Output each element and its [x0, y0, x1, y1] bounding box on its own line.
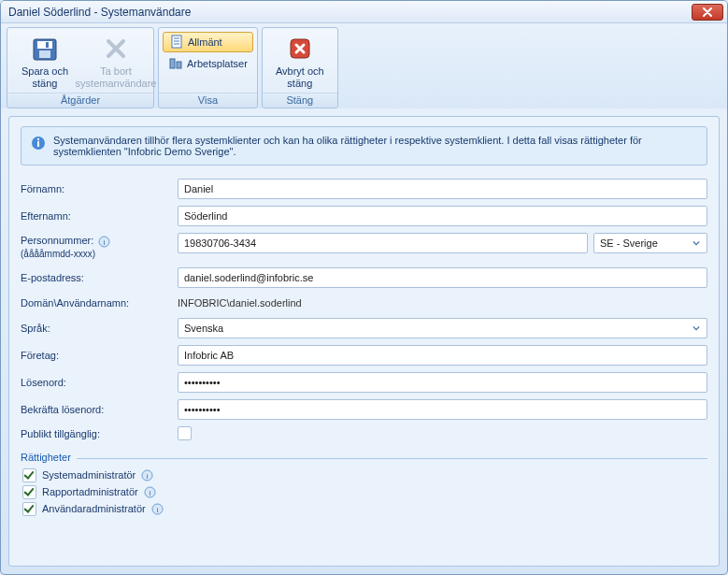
- help-icon[interactable]: i: [151, 503, 164, 515]
- perm-label: Användaradministratör: [42, 503, 146, 514]
- company-input[interactable]: [178, 345, 707, 366]
- cancel-and-close-button[interactable]: Avbryt och stäng: [264, 30, 335, 93]
- svg-text:i: i: [104, 237, 106, 246]
- permissions-fieldset: Rättigheter Systemadministratör i Rappor…: [21, 458, 707, 521]
- perm-label: Systemadministratör: [42, 469, 136, 481]
- permission-item: Systemadministratör i: [22, 468, 706, 482]
- permission-item: Rapportadministratör i: [22, 485, 706, 499]
- ribbon-group-view: Allmänt Arbetsplatser Visa: [158, 27, 258, 108]
- svg-rect-6: [177, 62, 181, 68]
- chevron-down-icon: [690, 237, 703, 250]
- remove-button-label: Ta bort systemanvändare: [76, 65, 157, 89]
- save-icon: [30, 34, 60, 64]
- title-bar: Daniel Söderlind - Systemanvändare: [1, 1, 727, 23]
- svg-rect-10: [37, 138, 39, 140]
- help-icon[interactable]: i: [98, 236, 110, 248]
- dialog-window: Daniel Söderlind - Systemanvändare Spara…: [0, 0, 728, 575]
- view-workplaces-button[interactable]: Arbetsplatser: [163, 54, 253, 73]
- view-general-button[interactable]: Allmänt: [163, 32, 253, 52]
- lastname-input[interactable]: [178, 206, 707, 226]
- perm-checkbox-sysadmin[interactable]: [22, 468, 36, 482]
- language-label: Språk:: [21, 321, 178, 336]
- confirm-password-input[interactable]: [178, 399, 707, 420]
- permissions-legend: Rättigheter: [21, 452, 77, 463]
- help-icon[interactable]: i: [144, 486, 156, 498]
- document-icon: [169, 35, 184, 50]
- language-dropdown[interactable]: Svenska: [178, 318, 707, 338]
- cancel-icon: [285, 34, 315, 64]
- svg-rect-2: [39, 50, 50, 58]
- close-icon: [703, 7, 712, 17]
- confirm-label: Bekräfta lösenord:: [21, 402, 178, 417]
- domainuser-label: Domän\Användarnamn:: [21, 295, 178, 310]
- chevron-down-icon: [690, 322, 703, 335]
- password-input[interactable]: [178, 372, 707, 393]
- svg-rect-3: [46, 42, 49, 48]
- password-label: Lösenord:: [21, 375, 178, 390]
- ribbon-group-close: Avbryt och stäng Stäng: [262, 27, 338, 108]
- language-value: Svenska: [184, 323, 223, 334]
- firstname-input[interactable]: [178, 179, 707, 199]
- lastname-label: Efternamn:: [21, 208, 178, 223]
- personnr-input[interactable]: [178, 233, 588, 253]
- svg-text:i: i: [147, 471, 149, 480]
- personnr-label: Personnummer: i (ååååmmdd-xxxx): [21, 233, 178, 261]
- window-title: Daniel Söderlind - Systemanvändare: [5, 6, 692, 19]
- country-value: SE - Sverige: [600, 237, 658, 249]
- country-dropdown[interactable]: SE - Sverige: [593, 233, 707, 253]
- email-input[interactable]: [178, 267, 707, 288]
- workplaces-icon: [168, 56, 183, 71]
- svg-rect-5: [170, 59, 175, 68]
- view-general-label: Allmänt: [188, 36, 222, 48]
- svg-text:i: i: [156, 505, 158, 513]
- info-icon: [31, 136, 46, 151]
- ribbon: Spara och stäng Ta bort systemanvändare …: [1, 23, 727, 108]
- svg-rect-9: [37, 141, 39, 147]
- perm-label: Rapportadministratör: [42, 486, 138, 497]
- perm-checkbox-useradmin[interactable]: [22, 502, 36, 516]
- public-checkbox[interactable]: [178, 426, 192, 440]
- help-icon[interactable]: i: [141, 469, 153, 482]
- info-message: Systemanvändaren tillhör flera systemkli…: [21, 126, 707, 165]
- firstname-label: Förnamn:: [21, 181, 178, 196]
- remove-user-button: Ta bort systemanvändare: [80, 30, 151, 93]
- svg-rect-1: [37, 41, 52, 49]
- save-and-close-button[interactable]: Spara och stäng: [9, 30, 80, 93]
- window-close-button[interactable]: [692, 4, 723, 21]
- save-button-label: Spara och stäng: [21, 65, 68, 89]
- public-label: Publikt tillgänglig:: [21, 426, 178, 441]
- ribbon-group-close-label: Stäng: [263, 93, 337, 108]
- svg-text:i: i: [149, 488, 150, 496]
- ribbon-group-actions: Spara och stäng Ta bort systemanvändare …: [7, 27, 154, 108]
- content-panel: Systemanvändaren tillhör flera systemkli…: [8, 116, 720, 567]
- ribbon-group-actions-label: Åtgärder: [7, 93, 153, 108]
- permission-item: Användaradministratör i: [22, 502, 706, 516]
- ribbon-group-view-label: Visa: [159, 93, 257, 108]
- info-text: Systemanvändaren tillhör flera systemkli…: [53, 135, 697, 157]
- company-label: Företag:: [21, 348, 178, 363]
- domainuser-value: INFOBRIC\daniel.soderlind: [178, 295, 302, 311]
- perm-checkbox-reportadmin[interactable]: [22, 485, 36, 499]
- cancel-button-label: Avbryt och stäng: [276, 65, 324, 89]
- email-label: E-postadress:: [21, 270, 178, 285]
- delete-icon: [101, 34, 131, 64]
- view-workplaces-label: Arbetsplatser: [187, 58, 248, 69]
